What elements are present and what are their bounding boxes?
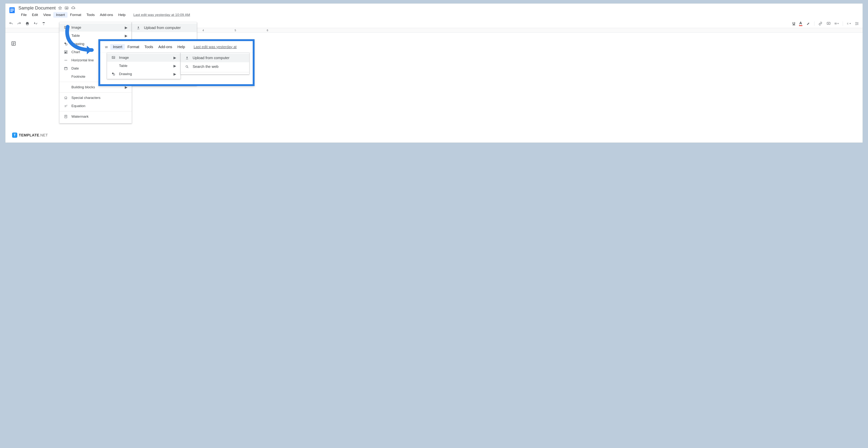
- insert-link-icon[interactable]: [818, 21, 823, 26]
- svg-rect-33: [64, 67, 67, 70]
- brand-logo-icon: T: [12, 132, 17, 138]
- inset-menu-insert[interactable]: Insert: [110, 44, 125, 50]
- inset-menu-help[interactable]: Help: [175, 44, 188, 50]
- hline-icon: [64, 58, 68, 62]
- menu-insert[interactable]: Insert: [53, 12, 67, 18]
- insert-table[interactable]: Table ▶: [60, 32, 132, 40]
- inset-search-the-web[interactable]: Search the web: [181, 62, 249, 71]
- last-edit-link[interactable]: Last edit was yesterday at 10:09 AM: [131, 12, 192, 18]
- ruler-tick: 5: [235, 29, 236, 32]
- svg-line-49: [187, 67, 188, 68]
- svg-point-44: [113, 57, 113, 58]
- doc-title[interactable]: Sample Document: [19, 5, 56, 10]
- svg-rect-31: [66, 52, 66, 53]
- svg-rect-2: [10, 10, 14, 10]
- star-icon[interactable]: [58, 6, 62, 10]
- inset-upload-from-computer[interactable]: Upload from computer: [181, 54, 249, 62]
- ruler-tick: 4: [203, 29, 204, 32]
- menu-separator: [60, 111, 132, 111]
- watermark-icon: [64, 114, 68, 119]
- menubar: File Edit View Insert Format Tools Add-o…: [19, 12, 860, 18]
- svg-rect-25: [64, 26, 67, 28]
- menu-view[interactable]: View: [40, 12, 53, 18]
- svg-rect-9: [26, 24, 28, 25]
- menu-label: Equation: [71, 104, 128, 108]
- app-frame: Sample Document File Edit View Insert Fo…: [5, 3, 863, 143]
- drawing-icon: [64, 42, 68, 46]
- upload-from-computer[interactable]: Upload from computer: [132, 24, 197, 32]
- menu-separator: [60, 92, 132, 93]
- svg-point-26: [65, 27, 65, 27]
- submenu-arrow-icon: ▶: [125, 34, 128, 38]
- menu-file[interactable]: File: [19, 12, 29, 18]
- svg-rect-46: [113, 74, 115, 75]
- watermark-text: TEMPLATE: [19, 133, 39, 137]
- inset-insert-table[interactable]: Table ▶: [107, 62, 180, 70]
- align-icon[interactable]: ▼: [847, 21, 851, 26]
- submenu-arrow-icon: ▶: [174, 72, 176, 76]
- image-icon: [111, 55, 116, 60]
- menu-label: Search the web: [193, 64, 218, 69]
- redo-icon[interactable]: [17, 21, 21, 26]
- submenu-arrow-icon: ▶: [174, 56, 176, 60]
- blank-icon: [111, 64, 116, 68]
- menu-addons[interactable]: Add-ons: [97, 12, 116, 18]
- menu-label: Image: [119, 56, 170, 60]
- undo-icon[interactable]: [9, 21, 13, 26]
- date-icon: [64, 66, 68, 71]
- ruler-tick: 6: [267, 29, 268, 32]
- table-icon: [64, 33, 68, 38]
- insert-watermark[interactable]: Watermark: [60, 113, 132, 121]
- upload-icon: [185, 56, 189, 60]
- inset-menu-tools[interactable]: Tools: [142, 44, 156, 50]
- drawing-icon: [111, 72, 116, 76]
- inset-menubar: w Insert Format Tools Add-ons Help Last …: [100, 41, 253, 53]
- spellcheck-icon[interactable]: [33, 21, 38, 26]
- menu-edit[interactable]: Edit: [29, 12, 41, 18]
- inset-insert-image[interactable]: Image ▶: [107, 54, 180, 62]
- print-icon[interactable]: [25, 21, 30, 26]
- image-icon: [64, 25, 68, 30]
- svg-rect-1: [10, 9, 14, 9]
- menu-label: Image: [71, 26, 121, 30]
- menu-help[interactable]: Help: [116, 12, 128, 18]
- svg-point-38: [65, 116, 66, 117]
- watermark-text: .NET: [39, 133, 48, 137]
- insert-special-characters[interactable]: Ω Special characters: [60, 94, 132, 102]
- omega-icon: Ω: [64, 96, 68, 100]
- document-outline-button[interactable]: [9, 41, 18, 46]
- insert-equation[interactable]: π² Equation: [60, 102, 132, 110]
- inset-insert-drawing[interactable]: Drawing ▶: [107, 70, 180, 78]
- inset-last-edit[interactable]: Last edit was yesterday at: [192, 44, 238, 50]
- svg-rect-47: [186, 59, 188, 59]
- submenu-arrow-icon: ▶: [125, 26, 128, 30]
- move-icon[interactable]: [64, 6, 69, 10]
- underline-button[interactable]: U: [793, 21, 795, 26]
- line-spacing-icon[interactable]: [855, 21, 859, 26]
- inset-menu-format[interactable]: Format: [125, 44, 142, 50]
- svg-rect-43: [112, 56, 115, 59]
- add-comment-icon[interactable]: [826, 21, 831, 26]
- menu-label: Table: [71, 34, 121, 38]
- blank-icon: [64, 74, 68, 79]
- menu-label: Upload from computer: [144, 26, 181, 30]
- menu-tools[interactable]: Tools: [84, 12, 97, 18]
- svg-point-14: [835, 23, 835, 24]
- chart-icon: [64, 50, 68, 54]
- docs-logo[interactable]: [8, 5, 17, 16]
- inset-menu-addons[interactable]: Add-ons: [156, 44, 175, 50]
- svg-point-48: [186, 65, 188, 67]
- paint-format-icon[interactable]: [41, 21, 46, 26]
- toolbar-separator: [843, 21, 843, 26]
- menu-separator: [181, 72, 249, 72]
- inset-image-submenu: Upload from computer Search the web: [181, 53, 249, 74]
- insert-image[interactable]: Image ▶: [60, 24, 132, 32]
- highlight-icon[interactable]: [806, 21, 810, 26]
- svg-rect-39: [137, 29, 140, 29]
- text-color-button[interactable]: A: [799, 21, 802, 26]
- menu-label: Watermark: [71, 115, 128, 119]
- svg-rect-28: [66, 44, 67, 45]
- cloud-status-icon[interactable]: [71, 6, 76, 10]
- insert-image-icon[interactable]: ▼: [835, 21, 839, 26]
- menu-format[interactable]: Format: [67, 12, 84, 18]
